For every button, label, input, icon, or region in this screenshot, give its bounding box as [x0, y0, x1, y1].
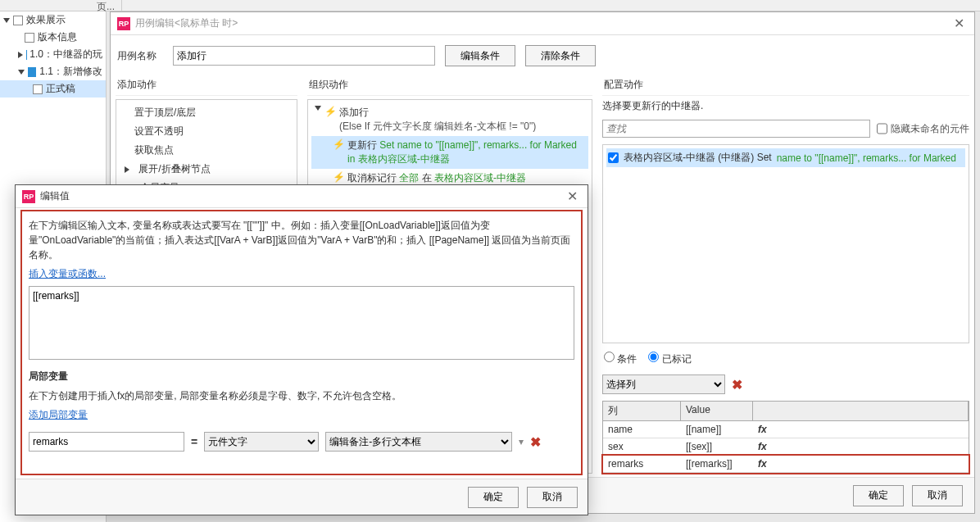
add-local-var-link[interactable]: 添加局部变量 — [29, 408, 574, 422]
ok-button[interactable]: 确定 — [468, 487, 519, 508]
action-label: 取消标记行 — [347, 172, 397, 184]
tree-label: 正式稿 — [46, 82, 75, 96]
page-icon — [25, 33, 34, 43]
delete-icon[interactable]: ✖ — [530, 434, 541, 450]
bolt-icon: ⚡ — [333, 138, 344, 150]
expression-input[interactable]: [[remarks]] — [29, 286, 574, 360]
tree-root[interactable]: 效果展示 — [0, 11, 106, 29]
radio-marked[interactable]: 已标记 — [648, 352, 691, 366]
tree-item[interactable]: 版本信息 — [0, 29, 106, 46]
tree-label: 1.1：新增修改 — [39, 65, 102, 79]
config-instruction: 选择要更新行的中继器. — [602, 99, 969, 113]
configure-column: 配置动作 选择要更新行的中继器. 隐藏未命名的元件 表格内容区域-中继器 (中继… — [597, 75, 974, 474]
column-value-table: 列 Value name [[name]] fx sex [[sex]] fx — [602, 401, 969, 474]
filter-mode: 条件 已标记 — [602, 350, 969, 368]
action-detail: 全部 — [399, 172, 419, 184]
case-name-label: 用例名称 — [117, 49, 163, 63]
action-item[interactable]: 展开/折叠树节点 — [120, 160, 293, 179]
bolt-icon: ⚡ — [324, 106, 336, 117]
cancel-button[interactable]: 取消 — [912, 485, 963, 506]
var-target-select[interactable]: 编辑备注-多行文本框 — [325, 432, 512, 452]
folder-icon — [28, 67, 36, 77]
help-text: 在下方编辑区输入文本, 变量名称或表达式要写在 "[[""]]" 中。例如：插入… — [29, 218, 574, 262]
expand-icon[interactable] — [3, 18, 10, 23]
page-icon — [13, 16, 23, 25]
clear-condition-button[interactable]: 清除条件 — [525, 45, 596, 66]
insert-variable-link[interactable]: 插入变量或函数... — [29, 267, 574, 281]
column-header: 添加动作 — [116, 75, 297, 96]
ok-button[interactable]: 确定 — [853, 485, 904, 506]
tree-label: 效果展示 — [26, 13, 66, 27]
var-type-select[interactable]: 元件文字 — [204, 432, 319, 452]
edit-value-dialog: RP 编辑值 ✕ 在下方编辑区输入文本, 变量名称或表达式要写在 "[[""]]… — [15, 184, 588, 515]
delete-icon[interactable]: ✖ — [732, 377, 742, 393]
action-target: 表格内容区域-中继器 — [434, 172, 526, 184]
action-target: 表格内容区域-中继器 — [358, 153, 450, 165]
dialog-title: 用例编辑<鼠标单击 时> — [135, 16, 951, 30]
radio-condition[interactable]: 条件 — [604, 352, 637, 366]
dialog-titlebar: RP 用例编辑<鼠标单击 时> ✕ — [111, 12, 974, 35]
tree-folder[interactable]: 1.0：中继器的玩 — [0, 46, 106, 63]
action-mid: 在 — [422, 172, 432, 184]
widget-search-input[interactable] — [602, 120, 870, 138]
case-action-selected[interactable]: ⚡ 更新行 Set name to "[[name]]", remarks...… — [311, 136, 588, 169]
action-item[interactable]: 获取焦点 — [120, 141, 293, 160]
widget-checkbox[interactable] — [608, 152, 619, 163]
close-icon[interactable]: ✕ — [564, 188, 581, 204]
column-header: 配置动作 — [602, 75, 969, 96]
action-item[interactable]: 设置不透明 — [120, 122, 293, 141]
tree-leaf-selected[interactable]: 正式稿 — [0, 80, 106, 98]
dialog-title: 编辑值 — [40, 189, 564, 203]
expand-icon[interactable] — [18, 70, 25, 75]
tree-label: 1.0：中继器的玩 — [29, 48, 102, 61]
cancel-button[interactable]: 取消 — [527, 487, 578, 508]
case-name-row: 用例名称 编辑条件 清除条件 — [111, 35, 974, 73]
case-name-input[interactable] — [173, 46, 435, 66]
bolt-icon: ⚡ — [333, 171, 344, 183]
close-icon[interactable]: ✕ — [951, 16, 968, 31]
action-label: 更新行 — [347, 139, 377, 151]
table-row[interactable]: name [[name]] fx — [603, 421, 969, 438]
expand-icon[interactable] — [315, 106, 321, 111]
tree-label: 版本信息 — [38, 30, 77, 44]
dialog-titlebar: RP 编辑值 ✕ — [16, 185, 588, 208]
dialog-footer: 确定 取消 — [16, 479, 588, 515]
var-name-input[interactable] — [29, 432, 184, 452]
fx-icon[interactable]: fx — [753, 456, 776, 472]
widget-row-selected[interactable]: 表格内容区域-中继器 (中继器) Set name to "[[name]]",… — [606, 148, 965, 167]
local-var-header: 局部变量 — [29, 370, 574, 384]
rp-logo-icon: RP — [22, 190, 35, 203]
page-icon — [33, 84, 43, 94]
local-var-help: 在下方创建用于插入fx的局部变量, 局部变量名称必须是字母、数字, 不允许包含空… — [29, 388, 574, 403]
table-row[interactable]: sex [[sex]] fx — [603, 438, 969, 456]
table-row-highlighted[interactable]: remarks [[remarks]] fx — [603, 456, 969, 473]
expand-icon[interactable] — [18, 52, 23, 58]
local-var-row: = 元件文字 编辑备注-多行文本框 ▾ ✖ — [29, 432, 574, 452]
column-select[interactable]: 选择列 — [602, 374, 725, 394]
widget-detail: name to "[[name]]", remarks... for Marke… — [777, 152, 956, 164]
tree-folder[interactable]: 1.1：新增修改 — [0, 63, 106, 80]
case-group[interactable]: ⚡ 添加行 (Else If 元件文字长度 编辑姓名-文本框 != "0") — [311, 103, 588, 136]
chevron-down-icon[interactable]: ▾ — [519, 436, 524, 447]
edit-condition-button[interactable]: 编辑条件 — [445, 45, 515, 66]
fx-icon[interactable]: fx — [753, 421, 776, 438]
action-item[interactable]: 置于顶层/底层 — [120, 103, 293, 122]
group-condition: (Else If 元件文字长度 编辑姓名-文本框 != "0") — [339, 120, 536, 134]
th-column: 列 — [603, 402, 681, 420]
column-header: 组织动作 — [307, 75, 592, 96]
widget-selector[interactable]: 表格内容区域-中继器 (中继器) Set name to "[[name]]",… — [602, 144, 969, 343]
expand-icon[interactable] — [125, 166, 129, 173]
hide-unnamed-checkbox[interactable]: 隐藏未命名的元件 — [877, 120, 969, 138]
widget-name: 表格内容区域-中继器 (中继器) Set — [624, 151, 772, 165]
equals-label: = — [191, 435, 197, 448]
rp-logo-icon: RP — [117, 17, 130, 30]
fx-icon[interactable]: fx — [753, 438, 776, 455]
th-value: Value — [681, 402, 753, 420]
document-tabs: 页... — [0, 0, 980, 11]
group-label: 添加行 — [339, 106, 536, 120]
